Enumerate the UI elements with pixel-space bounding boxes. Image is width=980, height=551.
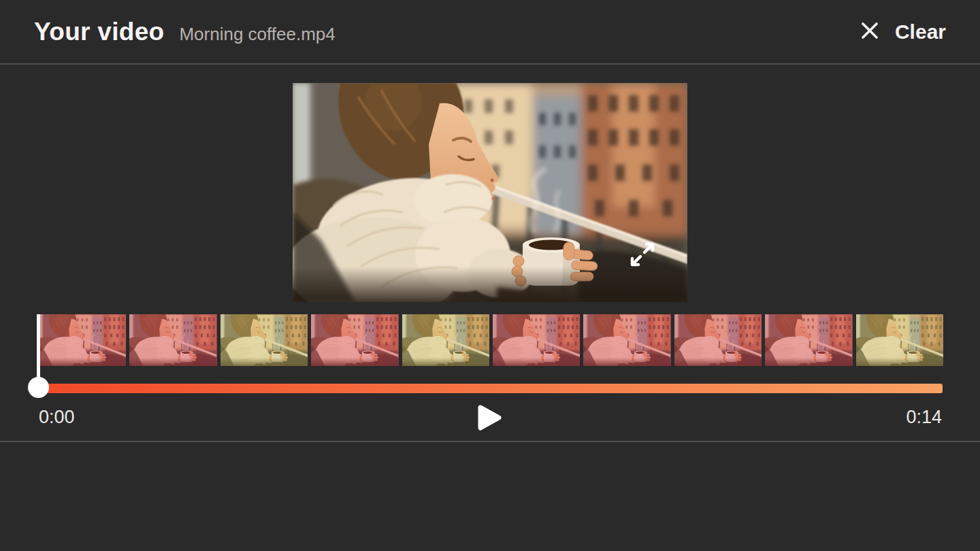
timeline-thumbnail[interactable] xyxy=(129,314,216,366)
thumbnail-tint-overlay xyxy=(856,314,943,366)
video-preview[interactable] xyxy=(293,83,687,302)
expand-icon[interactable] xyxy=(627,239,657,269)
clear-button[interactable]: Clear xyxy=(858,19,946,45)
timeline-thumbnail[interactable] xyxy=(493,314,580,366)
thumbnail-tint-overlay xyxy=(402,314,489,366)
ai-video-detector-app: { "header": { "title": "Your video", "fi… xyxy=(0,0,980,551)
page-title: Your video xyxy=(34,18,164,46)
title-group: Your video Morning coffee.mp4 xyxy=(34,18,336,46)
timeline-thumbnail[interactable] xyxy=(311,314,398,366)
analysis-footer: ! 100% of video was generated by AI ? Th… xyxy=(0,441,980,551)
total-duration: 0:14 xyxy=(906,407,942,428)
play-button[interactable] xyxy=(476,403,504,433)
timeline-thumbnail[interactable] xyxy=(674,314,762,366)
thumbnail-tint-overlay xyxy=(39,314,126,366)
timeline-thumbnail[interactable] xyxy=(220,314,308,366)
clear-label: Clear xyxy=(895,20,946,44)
thumbnail-tint-overlay xyxy=(311,314,398,366)
thumbnail-tint-overlay xyxy=(674,314,762,366)
thumbnail-tint-overlay xyxy=(220,314,308,366)
thumbnail-tint-overlay xyxy=(129,314,216,366)
video-filename: Morning coffee.mp4 xyxy=(179,24,335,45)
current-time: 0:00 xyxy=(39,407,75,428)
timeline-thumbnail[interactable] xyxy=(583,314,670,366)
progress-bar[interactable] xyxy=(39,384,943,393)
playhead-handle[interactable] xyxy=(28,377,49,398)
thumbnail-tint-overlay xyxy=(583,314,670,366)
play-icon xyxy=(476,403,504,433)
filmstrip xyxy=(39,314,943,366)
timeline-thumbnail[interactable] xyxy=(856,314,943,366)
timeline-thumbnail[interactable] xyxy=(402,314,489,366)
thumbnail-tint-overlay xyxy=(765,314,852,366)
header: Your video Morning coffee.mp4 Clear xyxy=(0,0,980,65)
timeline-thumbnail[interactable] xyxy=(765,314,852,366)
close-icon xyxy=(858,19,881,45)
thumbnail-tint-overlay xyxy=(493,314,580,366)
timeline-thumbnail[interactable] xyxy=(39,314,126,366)
